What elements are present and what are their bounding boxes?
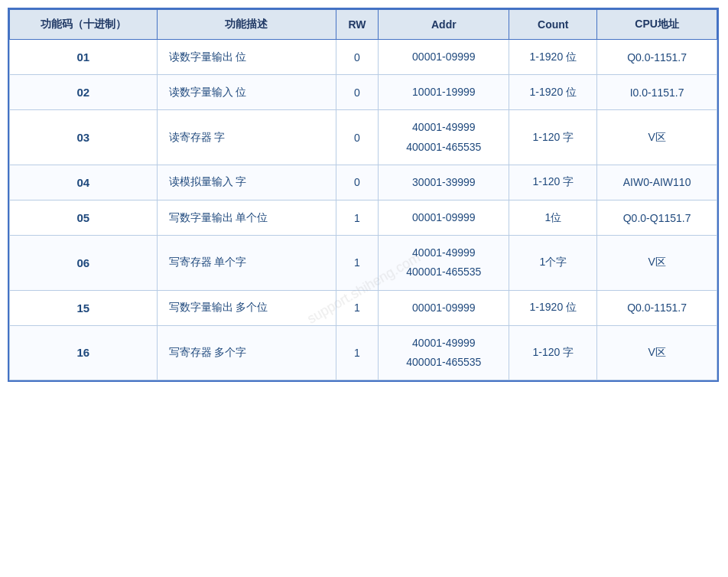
header-rw: RW <box>336 10 379 40</box>
table-row: 06写寄存器 单个字140001-49999400001-4655351个字V区 <box>10 236 717 290</box>
cell-count: 1-120 字 <box>509 165 597 200</box>
cell-func-desc: 写数字量输出 单个位 <box>157 200 336 235</box>
cell-rw: 0 <box>336 40 379 75</box>
cell-count: 1个字 <box>509 236 597 290</box>
main-table-container: 功能码（十进制） 功能描述 RW Addr Count CPU地址 01读数字量… <box>8 8 719 382</box>
cell-func-code: 01 <box>10 40 158 75</box>
header-func-desc: 功能描述 <box>157 10 336 40</box>
cell-count: 1位 <box>509 200 597 235</box>
cell-func-desc: 写数字量输出 多个位 <box>157 290 336 325</box>
cell-count: 1-1920 位 <box>509 40 597 75</box>
cell-cpu-addr: V区 <box>597 325 717 380</box>
cell-func-desc: 写寄存器 单个字 <box>157 236 336 290</box>
cell-cpu-addr: V区 <box>597 110 717 165</box>
cell-addr: 30001-39999 <box>379 165 509 200</box>
cell-rw: 1 <box>336 236 379 290</box>
header-func-code: 功能码（十进制） <box>10 10 158 40</box>
cell-addr: 40001-49999400001-465535 <box>379 325 509 380</box>
cell-func-code: 04 <box>10 165 158 200</box>
cell-func-desc: 读寄存器 字 <box>157 110 336 165</box>
cell-addr: 10001-19999 <box>379 75 509 110</box>
cell-count: 1-120 字 <box>509 325 597 380</box>
cell-rw: 0 <box>336 110 379 165</box>
table-row: 04读模拟量输入 字030001-399991-120 字AIW0-AIW110 <box>10 165 717 200</box>
cell-func-code: 16 <box>10 325 158 380</box>
cell-cpu-addr: I0.0-1151.7 <box>597 75 717 110</box>
cell-count: 1-1920 位 <box>509 290 597 325</box>
table-row: 02读数字量输入 位010001-199991-1920 位I0.0-1151.… <box>10 75 717 110</box>
table-row: 16写寄存器 多个字140001-49999400001-4655351-120… <box>10 325 717 380</box>
table-row: 05写数字量输出 单个位100001-099991位Q0.0-Q1151.7 <box>10 200 717 235</box>
cell-func-desc: 读数字量输入 位 <box>157 75 336 110</box>
cell-rw: 1 <box>336 200 379 235</box>
modbus-table: 功能码（十进制） 功能描述 RW Addr Count CPU地址 01读数字量… <box>9 9 717 380</box>
cell-cpu-addr: Q0.0-1151.7 <box>597 290 717 325</box>
table-header-row: 功能码（十进制） 功能描述 RW Addr Count CPU地址 <box>10 10 717 40</box>
cell-cpu-addr: AIW0-AIW110 <box>597 165 717 200</box>
cell-count: 1-1920 位 <box>509 75 597 110</box>
cell-func-desc: 写寄存器 多个字 <box>157 325 336 380</box>
cell-count: 1-120 字 <box>509 110 597 165</box>
cell-addr: 00001-09999 <box>379 290 509 325</box>
cell-func-code: 05 <box>10 200 158 235</box>
table-row: 15写数字量输出 多个位100001-099991-1920 位Q0.0-115… <box>10 290 717 325</box>
cell-addr: 00001-09999 <box>379 40 509 75</box>
cell-func-code: 03 <box>10 110 158 165</box>
cell-cpu-addr: Q0.0-Q1151.7 <box>597 200 717 235</box>
cell-addr: 40001-49999400001-465535 <box>379 110 509 165</box>
cell-rw: 0 <box>336 165 379 200</box>
cell-cpu-addr: Q0.0-1151.7 <box>597 40 717 75</box>
cell-rw: 0 <box>336 75 379 110</box>
cell-func-code: 06 <box>10 236 158 290</box>
cell-cpu-addr: V区 <box>597 236 717 290</box>
header-count: Count <box>509 10 597 40</box>
cell-addr: 00001-09999 <box>379 200 509 235</box>
cell-func-code: 15 <box>10 290 158 325</box>
header-cpu-addr: CPU地址 <box>597 10 717 40</box>
cell-rw: 1 <box>336 325 379 380</box>
cell-func-desc: 读数字量输出 位 <box>157 40 336 75</box>
cell-func-desc: 读模拟量输入 字 <box>157 165 336 200</box>
table-row: 01读数字量输出 位000001-099991-1920 位Q0.0-1151.… <box>10 40 717 75</box>
cell-func-code: 02 <box>10 75 158 110</box>
table-row: 03读寄存器 字040001-49999400001-4655351-120 字… <box>10 110 717 165</box>
header-addr: Addr <box>379 10 509 40</box>
cell-rw: 1 <box>336 290 379 325</box>
cell-addr: 40001-49999400001-465535 <box>379 236 509 290</box>
